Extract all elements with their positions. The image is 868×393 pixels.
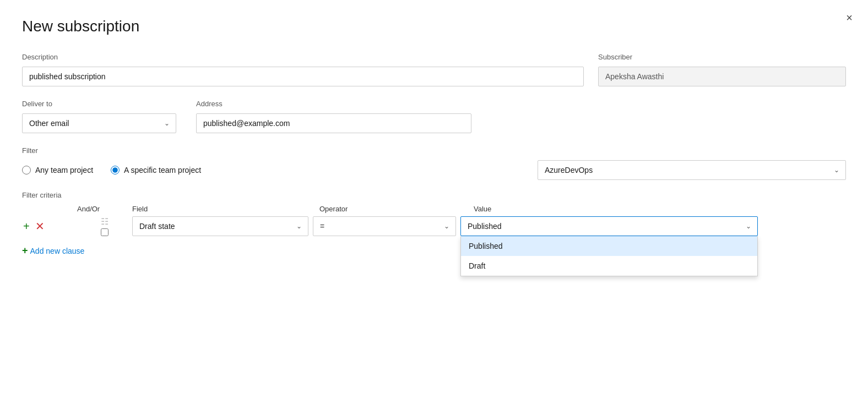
radio-specific-project[interactable]: A specific team project (111, 166, 201, 174)
criteria-actions: + ✕ (22, 220, 77, 233)
subscriber-input (598, 67, 846, 86)
dropdown-item-draft[interactable]: Draft (461, 256, 757, 276)
subscriber-label: Subscriber (598, 53, 846, 61)
new-subscription-dialog: × New subscription Description Subscribe… (0, 0, 868, 393)
value-select[interactable]: Published Draft (460, 216, 758, 236)
andor-list-icon: ☷ (101, 216, 109, 227)
filter-label: Filter (22, 146, 846, 155)
field-header: Field (132, 205, 319, 213)
andor-checkbox[interactable] (101, 228, 109, 236)
andor-controls: ☷ (77, 216, 132, 236)
value-dropdown-menu: Published Draft (460, 236, 758, 276)
add-criteria-button[interactable]: + (22, 220, 31, 233)
andor-header: And/Or (77, 205, 132, 213)
filter-criteria-label: Filter criteria (22, 191, 846, 199)
description-input[interactable] (22, 67, 584, 86)
radio-any-input[interactable] (22, 166, 31, 174)
project-select[interactable]: AzureDevOps Project1 Project2 (538, 160, 846, 180)
address-input[interactable] (196, 113, 471, 133)
operator-select-wrapper: = != > < ⌄ (313, 216, 456, 236)
add-clause-button[interactable]: + Add new clause (22, 245, 84, 256)
radio-any-project[interactable]: Any team project (22, 166, 93, 174)
operator-header: Operator (319, 205, 474, 213)
radio-any-label: Any team project (35, 166, 93, 174)
address-label: Address (196, 100, 471, 108)
dropdown-item-published[interactable]: Published (461, 236, 757, 256)
description-label: Description (22, 53, 587, 61)
field-select[interactable]: Draft state Work item type Area path (132, 216, 308, 236)
value-header: Value (474, 205, 846, 213)
project-select-wrapper: AzureDevOps Project1 Project2 ⌄ (538, 160, 846, 180)
close-button[interactable]: × (844, 10, 855, 25)
radio-specific-label: A specific team project (124, 166, 201, 174)
criteria-row: + ✕ ☷ Draft state Work item type Area pa… (22, 216, 846, 236)
radio-specific-input[interactable] (111, 166, 120, 174)
remove-criteria-button[interactable]: ✕ (34, 220, 46, 233)
value-dropdown-wrapper: Published Draft ⌄ Published Draft (460, 216, 758, 236)
deliver-to-select-wrapper: Other email Email Teams ⌄ (22, 113, 176, 133)
add-clause-plus-icon: + (22, 245, 28, 256)
field-select-wrapper: Draft state Work item type Area path ⌄ (132, 216, 308, 236)
add-clause-label: Add new clause (30, 247, 85, 255)
deliver-to-select[interactable]: Other email Email Teams (22, 113, 176, 133)
operator-select[interactable]: = != > < (313, 216, 456, 236)
dialog-title: New subscription (22, 18, 846, 35)
deliver-to-label: Deliver to (22, 100, 176, 108)
